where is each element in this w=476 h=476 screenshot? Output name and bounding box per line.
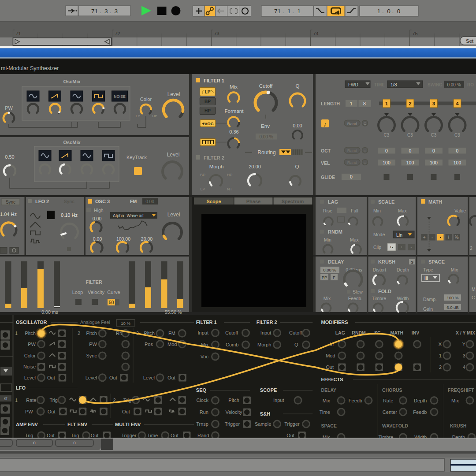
svg-text:-: -	[431, 235, 433, 240]
svg-text:3: 3	[463, 353, 465, 358]
svg-text:FOLD: FOLD	[378, 289, 391, 294]
svg-text:GLIDE: GLIDE	[321, 175, 335, 180]
svg-text:100: 100	[406, 160, 414, 165]
svg-text:FREQSHIFT: FREQSHIFT	[448, 387, 474, 393]
svg-text:Morph: Morph	[209, 164, 224, 169]
svg-text:0.00: 0.00	[93, 216, 102, 221]
svg-text:0.00 ms: 0.00 ms	[41, 309, 58, 315]
svg-text:C3: C3	[431, 133, 437, 138]
svg-text:4: 4	[463, 364, 465, 370]
svg-text:C3: C3	[407, 133, 413, 138]
svg-text:Feedb: Feedb	[413, 409, 427, 415]
svg-text:Cutoff: Cutoff	[225, 330, 238, 335]
svg-text:Y: Y	[462, 342, 466, 347]
svg-text:0.00 %: 0.00 %	[259, 134, 273, 139]
svg-text:Cutoff: Cutoff	[289, 330, 302, 335]
svg-text:Mix: Mix	[230, 84, 238, 89]
svg-text:C: C	[364, 161, 366, 165]
svg-text:Max: Max	[398, 208, 407, 213]
svg-text:Rand: Rand	[347, 160, 357, 165]
svg-text:Noise: Noise	[23, 364, 36, 369]
svg-text:Value: Value	[454, 208, 466, 213]
svg-text:1: 1	[439, 353, 442, 358]
svg-text:Mod: Mod	[326, 353, 335, 358]
svg-text:M: M	[472, 286, 476, 292]
svg-text:III: III	[424, 276, 428, 281]
svg-text:Trig: Trig	[71, 433, 79, 438]
svg-text:OscMix: OscMix	[63, 79, 81, 84]
svg-text:BP: BP	[205, 99, 211, 104]
svg-text:SWING: SWING	[428, 82, 443, 87]
svg-text:BP: BP	[200, 173, 205, 177]
svg-text:Sync: Sync	[6, 200, 15, 205]
svg-text:Trigger: Trigger	[284, 421, 300, 427]
svg-text:FWD: FWD	[348, 82, 358, 87]
svg-text:Mix: Mix	[451, 398, 459, 403]
svg-text:/: /	[448, 235, 449, 240]
svg-text:Input: Input	[260, 330, 271, 335]
svg-text:Sample: Sample	[255, 421, 271, 427]
svg-text:Q: Q	[295, 164, 299, 169]
svg-text:MATH: MATH	[390, 330, 403, 335]
svg-text:PW: PW	[28, 342, 36, 347]
svg-text:OscMix: OscMix	[63, 140, 81, 145]
svg-text:KRUSH: KRUSH	[378, 259, 395, 264]
svg-text:st: st	[4, 396, 7, 401]
svg-text:100: 100	[430, 160, 438, 165]
svg-text:0.00: 0.00	[145, 199, 154, 204]
svg-text:72: 72	[115, 31, 120, 36]
svg-text:MATH: MATH	[428, 199, 442, 205]
svg-text:C: C	[364, 122, 366, 126]
svg-text:Out: Out	[286, 433, 294, 438]
svg-text:Routing: Routing	[257, 149, 275, 156]
svg-text:Level: Level	[167, 152, 180, 158]
svg-text:Rate: Rate	[26, 398, 36, 403]
svg-text:0.50: 0.50	[5, 154, 14, 160]
svg-text:Out: Out	[167, 375, 175, 380]
svg-text:Feedb: Feedb	[349, 398, 362, 403]
svg-text:LENGTH: LENGTH	[321, 101, 340, 106]
svg-text:Pitch: Pitch	[86, 331, 97, 336]
svg-text:0: 0	[409, 148, 412, 153]
svg-text:Clip: Clip	[373, 245, 381, 250]
svg-text:FM: FM	[168, 331, 175, 336]
svg-text:+: +	[423, 235, 426, 240]
svg-text:Q: Q	[294, 342, 298, 347]
svg-text:HP: HP	[152, 114, 157, 118]
svg-text:X / Y MIX: X / Y MIX	[456, 330, 475, 335]
svg-text:Mix: Mix	[323, 398, 331, 403]
svg-text:+: +	[400, 245, 402, 249]
svg-text:VEL: VEL	[321, 160, 330, 166]
svg-text:Mode: Mode	[373, 232, 385, 237]
svg-text:WAVEFOLD: WAVEFOLD	[382, 423, 408, 428]
svg-text:OSC 3: OSC 3	[95, 199, 110, 204]
svg-text:Level: Level	[24, 375, 36, 380]
svg-text:1: 1	[350, 101, 353, 106]
svg-text:FLT ENV: FLT ENV	[67, 422, 88, 427]
svg-text:Pitch: Pitch	[25, 331, 36, 336]
svg-text:1/8: 1/8	[390, 82, 397, 87]
svg-text:Distort: Distort	[373, 267, 386, 272]
svg-text:KeyTrack: KeyTrack	[126, 155, 147, 160]
svg-text:S: S	[411, 260, 413, 264]
svg-text:Depth: Depth	[414, 398, 427, 403]
svg-text:Mod: Mod	[167, 342, 177, 347]
svg-text:Level: Level	[143, 375, 155, 380]
svg-text:Input: Input	[198, 330, 208, 335]
svg-text:C: C	[364, 149, 366, 153]
svg-text:Scope: Scope	[206, 199, 221, 204]
svg-text:100 %: 100 %	[447, 295, 459, 300]
svg-text:0: 0	[456, 148, 459, 153]
svg-text:X: X	[439, 342, 442, 347]
svg-text:Cutoff: Cutoff	[259, 83, 273, 89]
svg-text:Trig: Trig	[25, 433, 33, 438]
svg-text:Fall: Fall	[351, 208, 358, 213]
svg-text:100: 100	[454, 160, 461, 165]
svg-text:Type: Type	[423, 267, 433, 272]
svg-text:Out: Out	[91, 433, 99, 438]
svg-text:LFO: LFO	[16, 385, 26, 390]
svg-text:Input: Input	[273, 398, 284, 403]
svg-text:50: 50	[109, 300, 114, 305]
svg-text:Curve: Curve	[107, 290, 120, 295]
svg-text:Spectrum: Spectrum	[282, 199, 304, 204]
